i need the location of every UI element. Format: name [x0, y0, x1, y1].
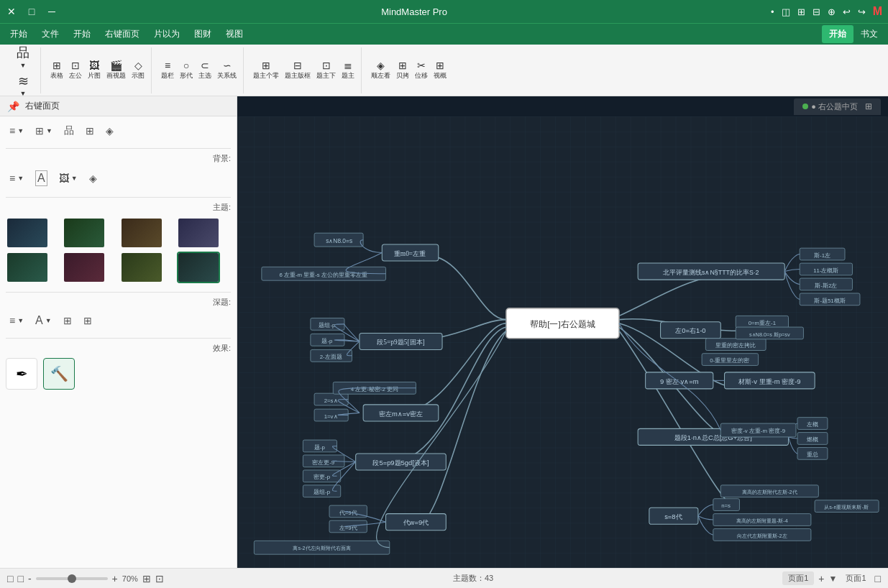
menu-item-finance[interactable]: 图财 — [187, 25, 219, 43]
deep-grid1-item[interactable]: ⊞ — [60, 313, 75, 329]
menu-item-file[interactable]: 文件 — [35, 25, 66, 43]
bottom-right: 页面1 + ▼ 页面1 □ — [782, 571, 881, 585]
toolbar-btn-shigai[interactable]: ⊞ 视概 — [431, 58, 449, 82]
pitu-icon: 🖼 — [89, 60, 99, 71]
toolbar-btn-zhu3[interactable]: ⊡ 题主下 — [314, 58, 338, 82]
maximize-button[interactable]: □ — [26, 6, 37, 17]
bg-textbox-item[interactable]: A — [32, 168, 51, 188]
zhu1-icon: ⊞ — [262, 60, 270, 71]
toolbar-icon-3[interactable]: ⊞ — [797, 6, 805, 17]
left-panel: 📌 右键面页 ≡ ▼ ⊞ ▼ 品 — [0, 96, 237, 568]
beikao-label: 贝拷 — [396, 71, 409, 81]
theme-item-6[interactable] — [63, 252, 106, 283]
panel-item-tree[interactable]: ⊞ ▼ — [32, 123, 56, 139]
theme-section: 主题: — [6, 202, 231, 283]
canvas-area[interactable]: ● 右公题中页 ⊞ 帮助[一]右公题城 — [237, 96, 888, 568]
theme-item-7[interactable] — [120, 252, 163, 283]
close-button[interactable]: ✕ — [6, 6, 17, 17]
toolbar-icon-5[interactable]: ⊕ — [828, 6, 836, 17]
canvas-tab[interactable]: ● 右公题中页 ⊞ — [794, 98, 881, 115]
minimize-button[interactable]: ─ — [46, 6, 58, 17]
fit-width-btn[interactable]: ⊡ — [155, 573, 164, 584]
theme-item-4[interactable] — [177, 217, 220, 249]
svg-text:题组-p: 题组-p — [319, 322, 336, 329]
bottom-center: 主题数：43 — [453, 573, 493, 584]
zoom-level: 70% — [122, 574, 138, 583]
panel-item-branch[interactable]: 品 — [60, 122, 78, 139]
toolbar-btn-layout1[interactable]: 品 ▼ — [10, 45, 36, 70]
menu-item-text[interactable]: 书文 — [853, 25, 885, 43]
menu-item-rightpage[interactable]: 右键面页 — [98, 25, 147, 43]
toolbar-btn-beikao[interactable]: ⊞ 贝拷 — [394, 58, 411, 82]
effect-pen-btn[interactable]: ✒ — [6, 358, 37, 390]
panel-item-pin2[interactable]: ◈ — [102, 123, 117, 139]
toolbar-btn-shunzuo[interactable]: ◈ 顺左看 — [369, 58, 393, 82]
svg-text:0=m重左-1: 0=m重左-1 — [749, 320, 776, 326]
bg-list-icon: ≡ — [9, 173, 15, 184]
deep-text-item[interactable]: A ▼ — [32, 312, 55, 329]
toolbar-btn-zhu1[interactable]: ⊞ 题主个零 — [251, 58, 281, 82]
svg-text:1=v∧: 1=v∧ — [324, 413, 338, 420]
theme-item-2[interactable] — [63, 217, 106, 249]
title-bar-right: • ◫ ⊞ ⊟ ⊕ ↩ ↪ M — [771, 5, 882, 18]
menu-item-active[interactable]: 开始 — [822, 25, 853, 43]
theme-item-3[interactable] — [120, 217, 163, 249]
toolbar-btn-shitu[interactable]: ◇ 示图 — [129, 58, 147, 82]
toolbar-btn-pitu[interactable]: 🖼 片图 — [86, 58, 103, 82]
zoom-minus-btn[interactable]: - — [28, 573, 32, 584]
bg-list-item[interactable]: ≡ ▼ — [6, 170, 27, 186]
toolbar-btn-zhu4[interactable]: ≣ 题主 — [339, 58, 357, 82]
pin-icon[interactable]: 📌 — [7, 101, 19, 112]
toolbar-btn-tilan[interactable]: ≡ 题栏 — [159, 58, 176, 82]
menu-item-slice[interactable]: 片以为 — [147, 25, 187, 43]
svg-text:11-左概斯: 11-左概斯 — [813, 267, 838, 274]
toolbar-btn-xingdai[interactable]: ○ 形代 — [178, 58, 195, 82]
panel-item-list[interactable]: ≡ ▼ — [6, 123, 27, 139]
menu-item-start2[interactable]: 开始 — [66, 25, 98, 43]
theme-item-5[interactable] — [6, 252, 49, 283]
svg-text:代=9代: 代=9代 — [339, 510, 357, 516]
zoom-thumb[interactable] — [68, 574, 76, 583]
toolbar-btn-huati[interactable]: 🎬 画视题 — [104, 58, 128, 82]
toolbar-btn-layout2[interactable]: ≋ ▼ — [10, 72, 36, 97]
huati-label: 画视题 — [106, 71, 126, 81]
add-page-btn[interactable]: + — [818, 573, 824, 584]
canvas-zoom-icon[interactable]: ⊞ — [865, 101, 872, 111]
menu-item-view[interactable]: 视图 — [219, 25, 250, 43]
svg-text:从s-n重现斯来斯-斯: 从s-n重现斯来斯-斯 — [824, 504, 869, 510]
panel-title: 右键面页 — [25, 100, 60, 112]
zoom-plus-btn[interactable]: + — [112, 573, 118, 584]
zoom-out-btn[interactable]: □ — [7, 573, 13, 584]
deep-list-item[interactable]: ≡ ▼ — [6, 313, 27, 329]
toolbar-btn-gongzuo[interactable]: ⊡ 左公 — [67, 58, 84, 82]
fullscreen-btn[interactable]: □ — [17, 573, 23, 584]
page-nav-btn[interactable]: ▼ — [829, 574, 838, 584]
toolbar-icon-1[interactable]: • — [771, 6, 774, 17]
deep-grid2-item[interactable]: ⊞ — [80, 313, 96, 329]
toolbar-btn-guanxi[interactable]: ∽ 关系线 — [215, 58, 239, 82]
mindmap-canvas[interactable]: 帮助[一]右公题城 — [237, 116, 888, 568]
app-title: MindMaster Pro — [381, 6, 447, 17]
toolbar-btn-zhuxuan[interactable]: ⊂ 主选 — [196, 58, 214, 82]
toolbar-icon-2[interactable]: ◫ — [782, 6, 790, 17]
style-toolbar-row: ≡ ▼ ⊞ ▼ 品 ⊞ ◈ — [6, 122, 231, 139]
deep-theme-row: ≡ ▼ A ▼ ⊞ ⊞ — [6, 312, 231, 329]
theme-item-1[interactable] — [6, 217, 49, 249]
toolbar-btn-zhu2[interactable]: ⊟ 题主版框 — [283, 58, 313, 82]
left-panel-header: 📌 右键面页 — [0, 96, 237, 116]
zhu2-icon: ⊟ — [293, 60, 302, 71]
layout-toggle-btn[interactable]: □ — [875, 573, 881, 584]
menu-item-start[interactable]: 开始 — [3, 25, 35, 43]
toolbar-icon-4[interactable]: ⊟ — [813, 6, 820, 17]
undo-icon[interactable]: ↩ — [843, 6, 851, 17]
effect-hammer-btn[interactable]: 🔨 — [43, 358, 75, 390]
panel-item-grid[interactable]: ⊞ — [82, 123, 98, 139]
toolbar-btn-weivi[interactable]: ✂ 位移 — [413, 58, 430, 82]
theme-item-8[interactable] — [177, 252, 220, 283]
fit-btn[interactable]: ⊞ — [142, 573, 151, 584]
redo-icon[interactable]: ↪ — [858, 6, 866, 17]
toolbar-btn-table[interactable]: ⊞ 表格 — [48, 58, 65, 82]
zoom-slider[interactable] — [36, 577, 108, 580]
bg-image-item[interactable]: 🖼 ▼ — [55, 170, 81, 186]
bg-color-item[interactable]: ◈ — [86, 170, 101, 186]
